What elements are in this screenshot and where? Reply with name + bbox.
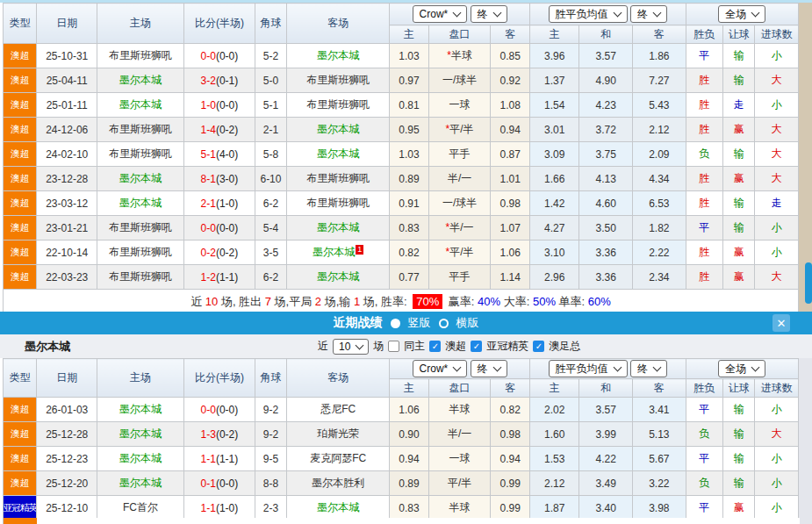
h2h-table: 类型 日期 主场 比分(半场) 角球 客场 Crow* 终 胜平负均值 终 全场…: [3, 3, 799, 315]
table-row: 澳超22-03-23布里斯班狮吼1-2(1-1)6-2墨尔本城0.77平手1.1…: [4, 265, 799, 290]
home-team: 墨尔本城: [97, 167, 184, 191]
handicap-away-odds: 0.94: [491, 447, 529, 471]
bookmaker-select[interactable]: Crow*: [413, 360, 468, 377]
scope-value: 全场: [725, 362, 746, 375]
col-handicap-result: 让球: [723, 25, 755, 44]
avg-home-odds: 1.37: [529, 68, 579, 93]
handicap-result-cell: 输: [723, 191, 755, 216]
league-a-checkbox[interactable]: ✓: [429, 341, 441, 352]
table-row: 澳超25-12-20墨尔本城0-1(0-0)8-8墨尔本胜利0.89平/半0.9…: [4, 471, 799, 496]
league-cell: 澳超: [4, 398, 37, 422]
same-home-checkbox[interactable]: [388, 341, 399, 352]
layout-radio-vertical[interactable]: [391, 319, 400, 328]
score-cell: 0-0(0-0): [184, 216, 255, 240]
result-cell: 平: [686, 44, 722, 68]
avg-time-select[interactable]: 终: [630, 5, 667, 23]
layout-radio-horizontal-label[interactable]: 横版: [456, 315, 479, 331]
close-icon[interactable]: ✕: [772, 314, 790, 332]
home-team: 墨尔本城: [97, 398, 184, 422]
chevron-down-icon: [652, 363, 661, 372]
col-avg-home: 主: [529, 25, 579, 44]
result-cell: 负: [686, 142, 722, 167]
avg-draw-odds: 4.60: [579, 191, 633, 216]
handicap-home-odds: 0.83: [390, 496, 428, 520]
away-team: 墨尔本城: [287, 265, 390, 290]
home-team: 墨尔本城: [97, 191, 184, 216]
home-team: 布里斯班狮吼: [97, 142, 184, 167]
score-cell: 5-1(4-0): [184, 142, 255, 167]
home-team: 墨尔本城: [97, 471, 184, 496]
league-acl-checkbox[interactable]: ✓: [471, 341, 482, 352]
table-row: 澳超26-01-03墨尔本城0-0(0-0)9-2悉尼FC1.06半球0.822…: [4, 398, 799, 422]
scrollbar-thumb[interactable]: [805, 262, 812, 304]
handicap-time-select[interactable]: 终: [471, 5, 507, 23]
goals-result-cell: 小: [755, 240, 799, 265]
league-a-label[interactable]: 澳超: [445, 339, 466, 354]
avg-odds-select[interactable]: 胜平负均值: [549, 360, 628, 377]
corner-cell: 9-5: [255, 447, 286, 471]
goals-result-cell: 大: [755, 167, 799, 191]
away-team: 布里斯班狮吼: [287, 167, 390, 191]
avg-home-odds: 2.02: [529, 398, 579, 422]
league-cell: 澳超: [4, 422, 37, 447]
handicap-home-odds: 0.83: [390, 216, 428, 240]
league-cup-label[interactable]: 澳足总: [549, 339, 580, 354]
handicap-result-cell: 赢: [723, 265, 755, 290]
table-row: 澳超24-02-10布里斯班狮吼5-1(4-0)5-8墨尔本城1.03平手0.8…: [4, 142, 799, 167]
away-team: 墨尔本城: [287, 142, 390, 167]
team-section-header: 墨尔本城 近 10 场 同主 ✓ 澳超 ✓ 亚冠精英 ✓ 澳足总: [0, 334, 812, 358]
col-avg-draw: 和: [579, 25, 633, 44]
col-hcap-line: 盘口: [428, 379, 491, 398]
col-home: 主场: [97, 359, 184, 398]
col-corner: 角球: [255, 359, 286, 398]
scope-select[interactable]: 全场: [718, 5, 765, 23]
bookmaker-select-value: Crow*: [420, 8, 449, 20]
league-cup-checkbox[interactable]: ✓: [533, 341, 544, 352]
scope-controls: 全场: [686, 4, 798, 25]
recent-form-table: 类型 日期 主场 比分(半场) 角球 客场 Crow* 终 胜平负均值 终 全场…: [3, 358, 799, 520]
avg-time-value: 终: [637, 8, 648, 20]
layout-radio-vertical-label[interactable]: 竖版: [408, 315, 431, 331]
handicap-line: 平手: [428, 142, 491, 167]
bookmaker-select[interactable]: Crow*: [413, 5, 468, 23]
scope-select[interactable]: 全场: [718, 360, 765, 377]
score-cell: 1-1(1-0): [184, 496, 255, 520]
handicap-away-odds: 0.82: [491, 398, 529, 422]
score-cell: 1-0(0-0): [184, 93, 255, 118]
league-cell: 澳超: [4, 447, 37, 471]
handicap-result-cell: 输: [723, 44, 755, 68]
col-handicap-result: 让球: [723, 379, 755, 398]
date-cell: 23-01-21: [37, 216, 97, 240]
handicap-result-cell: 赢: [723, 240, 755, 265]
away-team: 布里斯班狮吼: [287, 191, 390, 216]
table-row: 澳超24-12-06布里斯班狮吼1-4(0-2)2-1墨尔本城0.95*平/半0…: [4, 118, 799, 142]
handicap-line: *半球: [428, 44, 491, 68]
layout-radio-horizontal[interactable]: [439, 319, 449, 328]
chevron-down-icon: [751, 9, 760, 18]
avg-home-odds: 2.12: [529, 471, 579, 496]
col-date: 日期: [37, 359, 97, 398]
avg-away-odds: 4.34: [633, 167, 686, 191]
right-margin-strip-bottom: [799, 358, 812, 524]
result-cell: 平: [686, 447, 722, 471]
avg-draw-odds: 4.22: [579, 447, 633, 471]
match-count-select[interactable]: 10: [333, 339, 369, 355]
goals-result-cell: 小: [755, 216, 799, 240]
result-cell: 胜: [686, 118, 722, 142]
handicap-time-select[interactable]: 终: [471, 360, 507, 377]
chevron-down-icon: [453, 363, 462, 372]
avg-odds-select[interactable]: 胜平负均值: [549, 5, 628, 23]
goals-result-cell: 小: [755, 447, 799, 471]
handicap-home-odds: 0.81: [390, 93, 428, 118]
avg-home-odds: 2.96: [529, 265, 579, 290]
date-cell: 23-12-28: [37, 167, 97, 191]
col-avg-draw: 和: [579, 379, 633, 398]
col-date: 日期: [37, 4, 97, 44]
same-home-label[interactable]: 同主: [404, 339, 425, 354]
chevron-down-icon: [652, 9, 661, 18]
league-acl-label[interactable]: 亚冠精英: [486, 339, 528, 354]
table-row: 澳超23-01-21布里斯班狮吼0-0(0-0)5-4墨尔本城0.83*半/一1…: [4, 216, 799, 240]
col-goals: 进球数: [755, 25, 799, 44]
avg-time-select[interactable]: 终: [630, 360, 667, 377]
corner-cell: 9-2: [255, 422, 286, 447]
